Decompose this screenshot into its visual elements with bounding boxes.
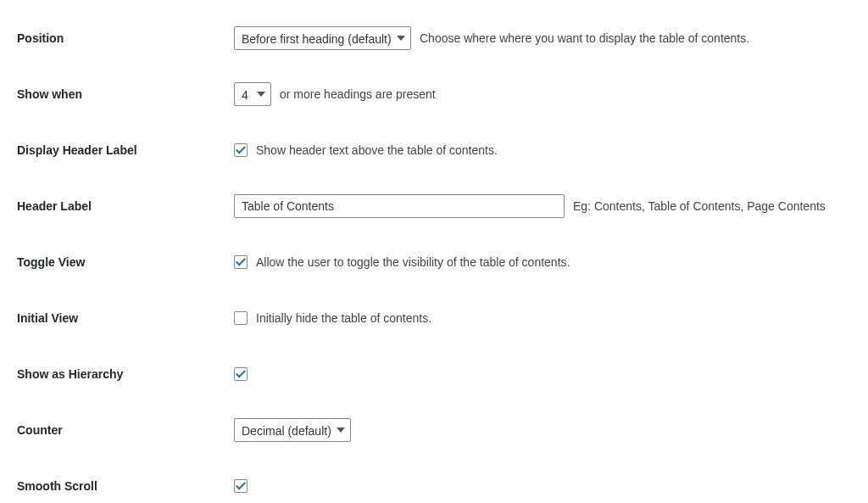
row-hierarchy: Show as Hierarchy [3,346,868,402]
row-display-header: Display Header Label Show header text ab… [3,122,868,178]
label-show-when: Show when [17,87,234,101]
row-smooth-scroll: Smooth Scroll [3,458,868,503]
header-label-input[interactable] [234,194,565,218]
initial-view-checkbox[interactable] [234,311,248,325]
smooth-scroll-checkbox[interactable] [234,479,248,493]
display-header-desc: Show header text above the table of cont… [256,143,498,157]
content-smooth-scroll [234,479,248,493]
content-show-when: 4 or more headings are present [234,82,436,106]
row-toggle-view: Toggle View Allow the user to toggle the… [3,234,868,290]
show-when-select[interactable]: 4 [234,82,271,106]
row-position: Position Before first heading (default) … [3,10,868,66]
row-initial-view: Initial View Initially hide the table of… [3,290,868,346]
content-hierarchy [234,367,248,381]
content-counter: Decimal (default) [234,418,351,442]
header-label-help: Eg: Contents, Table of Contents, Page Co… [573,199,826,213]
content-toggle-view: Allow the user to toggle the visibility … [234,255,570,269]
position-select[interactable]: Before first heading (default) [234,26,411,50]
show-when-help: or more headings are present [280,87,436,101]
initial-view-desc: Initially hide the table of contents. [256,311,431,325]
display-header-checkbox[interactable] [234,143,248,157]
counter-select[interactable]: Decimal (default) [234,418,351,442]
label-hierarchy: Show as Hierarchy [17,367,234,381]
position-help: Choose where where you want to display t… [420,31,749,45]
toggle-view-desc: Allow the user to toggle the visibility … [256,255,570,269]
toggle-view-checkbox[interactable] [234,255,248,269]
content-initial-view: Initially hide the table of contents. [234,311,431,325]
label-position: Position [17,31,234,45]
label-initial-view: Initial View [17,311,234,325]
label-smooth-scroll: Smooth Scroll [17,479,234,493]
row-show-when: Show when 4 or more headings are present [3,66,868,122]
label-display-header: Display Header Label [17,143,234,157]
row-counter: Counter Decimal (default) [3,402,868,458]
label-counter: Counter [17,423,234,437]
content-display-header: Show header text above the table of cont… [234,143,498,157]
row-header-label: Header Label Eg: Contents, Table of Cont… [3,178,868,234]
settings-form: Position Before first heading (default) … [0,0,868,503]
label-header-label: Header Label [17,199,234,213]
content-position: Before first heading (default) Choose wh… [234,26,749,50]
hierarchy-checkbox[interactable] [234,367,248,381]
label-toggle-view: Toggle View [17,255,234,269]
content-header-label: Eg: Contents, Table of Contents, Page Co… [234,194,826,218]
